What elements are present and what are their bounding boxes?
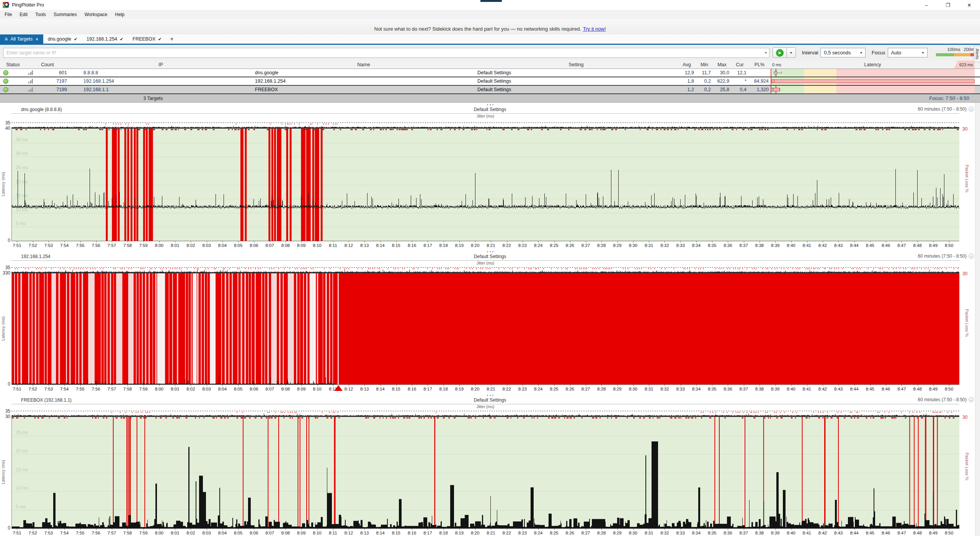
time-tick-label: 8:09 <box>297 243 305 248</box>
time-axis: 7:517:527:537:547:557:567:577:587:598:00… <box>11 385 959 393</box>
cur-value: 12,1 <box>731 69 748 77</box>
time-tick-label: 8:20 <box>471 243 479 248</box>
time-tick-label: 7:51 <box>13 387 21 391</box>
latency-scale-legend: 100ms 200ms <box>936 47 980 59</box>
target-input[interactable]: Enter target name or IP ▾ <box>3 48 769 58</box>
latency-axis-min: 0 <box>8 525 10 531</box>
alerts-side-tab[interactable]: Alerts <box>974 46 980 62</box>
tab-freebox[interactable]: FREEBOX ✔ <box>128 34 166 44</box>
target-name: 192.168.1.254 <box>253 77 475 85</box>
col-ip[interactable]: IP <box>69 60 253 69</box>
menu-edit[interactable]: Edit <box>16 12 31 17</box>
time-tick-label: 8:49 <box>929 243 938 248</box>
vertical-scrollbar[interactable] <box>975 103 980 536</box>
restore-button[interactable]: ❐ <box>937 0 959 10</box>
target-row-192-168-1-254[interactable]: 7197 192.168.1.254 192.168.1.254 Default… <box>0 77 980 86</box>
latency-canvas[interactable] <box>12 417 959 528</box>
time-tick-label: 8:42 <box>818 387 827 391</box>
start-button[interactable]: ▶ <box>773 47 787 58</box>
graph-time-range-control[interactable]: 60 minutes (7:50 - 8:50) ⌄ <box>918 253 974 259</box>
interval-select[interactable]: 0,5 seconds ▾ <box>820 48 866 57</box>
menu-workspace[interactable]: Workspace <box>81 12 111 17</box>
col-avg[interactable]: Avg <box>678 60 696 69</box>
focus-select[interactable]: Auto ▾ <box>888 48 928 57</box>
time-tick-label: 8:48 <box>913 387 921 391</box>
cur-value: 0,4 <box>731 86 748 93</box>
chevron-down-icon: ⌄ <box>969 253 974 259</box>
graph-time-range-control[interactable]: 60 minutes (7:50 - 8:50) ⌄ <box>918 106 974 112</box>
col-status[interactable]: Status <box>0 60 26 69</box>
latency-canvas[interactable] <box>12 129 959 241</box>
jitter-graph-title: Jitter (ms) <box>11 404 959 409</box>
time-tick-label: 8:31 <box>645 531 653 535</box>
tab-all-targets[interactable]: ≡ All Targets ✕ <box>0 34 43 44</box>
time-tick-label: 8:19 <box>455 243 464 248</box>
close-tab-icon[interactable]: ✕ <box>35 37 38 41</box>
menu-tools[interactable]: Tools <box>31 12 50 17</box>
time-tick-label: 8:33 <box>676 387 684 391</box>
new-tab-button[interactable]: + <box>166 34 177 44</box>
start-options-button[interactable]: ▾ <box>787 47 796 58</box>
window-title: PingPlotter Pro <box>12 2 44 8</box>
hamburger-icon: ≡ <box>5 36 8 42</box>
time-axis: 7:517:527:537:547:557:567:577:587:598:00… <box>11 529 959 536</box>
col-pl[interactable]: PL% <box>748 60 771 69</box>
panel-splitter-handle[interactable] <box>0 103 980 106</box>
latency-graph <box>11 273 959 385</box>
target-row-freebox[interactable]: 7199 192.168.1.1 FREEBOX Default Setting… <box>0 86 980 94</box>
time-tick-label: 8:48 <box>913 531 921 535</box>
time-tick-label: 8:06 <box>250 531 258 535</box>
tab-192-168-1-254[interactable]: 192.168.1.254 ✔ <box>82 34 128 44</box>
time-tick-label: 8:13 <box>360 387 369 391</box>
tab-dns-google[interactable]: dns.google ✔ <box>43 34 82 44</box>
timeline-graph-icon[interactable] <box>28 79 33 83</box>
max-value: 622,9 <box>713 77 731 85</box>
latency-canvas[interactable] <box>12 273 959 384</box>
target-name: dns.google <box>253 69 475 77</box>
time-tick-label: 8:30 <box>629 243 637 248</box>
col-latency[interactable]: 0 ms Latency 623 ms <box>771 60 975 69</box>
max-tick <box>781 72 782 74</box>
table-header-row: Status Count IP Name Setting Avg Min Max… <box>0 60 980 69</box>
packet-loss-axis-max: 30 <box>962 271 967 276</box>
col-name[interactable]: Name <box>253 60 475 69</box>
col-max[interactable]: Max <box>713 60 731 69</box>
time-tick-label: 7:56 <box>92 243 100 248</box>
target-count-summary: 3 Targets <box>0 96 306 101</box>
loss-event-marker[interactable] <box>334 385 343 391</box>
panel-splitter-handle[interactable] <box>0 393 980 397</box>
col-cur[interactable]: Cur <box>731 60 748 69</box>
time-tick-label: 8:45 <box>866 243 874 248</box>
graph-time-range-control[interactable]: 60 minutes (7:50 - 8:50) ⌄ <box>918 397 974 402</box>
panel-splitter-handle[interactable] <box>0 250 980 253</box>
time-tick-label: 8:08 <box>281 531 290 535</box>
close-button[interactable]: ✕ <box>959 0 980 10</box>
chevron-down-icon: ▾ <box>860 51 862 55</box>
time-tick-label: 8:07 <box>266 387 274 391</box>
time-tick-label: 8:09 <box>297 387 305 391</box>
menu-file[interactable]: File <box>1 12 16 17</box>
latency-axis-title: Latency (ms) <box>1 313 5 344</box>
graph-setting-label: Default Settings <box>0 397 980 403</box>
menu-summaries[interactable]: Summaries <box>50 12 81 17</box>
time-tick-label: 8:27 <box>581 243 590 248</box>
col-count[interactable]: Count <box>26 60 69 69</box>
min-value: 0,2 <box>696 77 713 85</box>
time-tick-label: 8:39 <box>771 387 779 391</box>
time-tick-label: 8:03 <box>202 387 211 391</box>
graph-panel-freebox: FREEBOX (192.168.1.1) Default Settings 6… <box>0 393 980 536</box>
timeline-graph-icon[interactable] <box>28 87 33 92</box>
col-setting[interactable]: Setting <box>475 60 678 69</box>
interval-label: Interval <box>802 50 818 56</box>
menu-help[interactable]: Help <box>111 12 129 17</box>
col-min[interactable]: Min <box>696 60 713 69</box>
timeline-graph-icon[interactable] <box>28 70 33 75</box>
title-bar: PingPlotter Pro – ❐ ✕ <box>0 0 980 10</box>
latency-range-graph <box>771 77 975 85</box>
target-row-dns-google[interactable]: 601 8.8.8.8 dns.google Default Settings … <box>0 69 980 77</box>
minimize-button[interactable]: – <box>916 0 937 10</box>
timeline-graphs: dns.google (8.8.8.8) Default Settings 60… <box>0 103 980 536</box>
time-tick-label: 8:20 <box>471 387 479 391</box>
try-it-now-link[interactable]: Try it now! <box>583 26 606 32</box>
time-tick-label: 8:44 <box>850 243 858 248</box>
